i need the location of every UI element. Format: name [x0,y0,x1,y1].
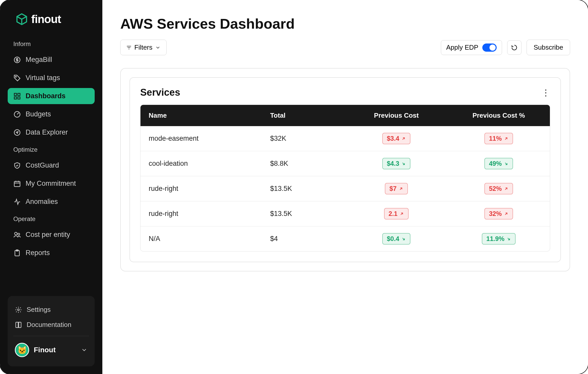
calendar-icon [13,180,21,188]
account-name: Finout [34,346,56,354]
cell-previous-cost-pct: 52% [448,176,550,201]
toolbar: Filters Apply EDP Subscribe [120,40,570,55]
arrow-up-right-icon [399,186,403,191]
cell-total: $13.5K [262,203,345,224]
cell-previous-cost: 2.1 [345,201,448,226]
clipboard-icon [13,249,21,257]
subscribe-button[interactable]: Subscribe [527,40,570,55]
brand-logo: finout [15,13,95,26]
cell-name: mode-easement [140,128,262,149]
sidebar-item-label: Reports [26,249,50,257]
cell-previous-cost-pct: 32% [448,201,550,226]
svg-rect-2 [14,93,17,95]
sidebar-item-data-explorer[interactable]: Data Explorer [8,124,95,140]
sidebar-item-label: Cost per entity [26,231,70,239]
refresh-button[interactable] [507,40,521,55]
arrow-up-right-icon [399,212,404,216]
svg-rect-4 [14,97,17,99]
cell-previous-cost: $4.3 [345,151,448,176]
book-icon [15,321,22,328]
divider [13,336,89,336]
cell-previous-cost-pct: 11.9% [448,226,550,251]
services-table: Name Total Previous Cost Previous Cost %… [140,105,550,251]
sidebar-item-settings[interactable]: Settings [13,302,89,317]
shield-check-icon [13,162,21,169]
sidebar-item-anomalies[interactable]: Anomalies [8,194,95,210]
sidebar-item-label: CostGuard [26,161,59,169]
cell-total: $4 [262,228,345,249]
table-row[interactable]: rude-right$13.5K2.1 32% [140,201,550,226]
sidebar-item-virtual-tags[interactable]: Virtual tags [8,70,95,86]
col-total: Total [262,105,345,126]
cell-name: cool-ideation [140,153,262,174]
table-row[interactable]: mode-easement$32K$3.4 11% [140,126,550,151]
delta-badge: 11% [484,133,513,144]
filter-icon [126,45,132,50]
sidebar-item-documentation[interactable]: Documentation [13,317,89,332]
sidebar-item-megabill[interactable]: MegaBill [8,52,95,68]
svg-rect-8 [14,181,20,186]
dashboard-canvas: Services ⋮ Name Total Previous Cost Prev… [120,68,570,271]
delta-badge: 11.9% [482,233,516,245]
cell-previous-cost-pct: 49% [448,151,550,176]
cell-previous-cost-pct: 11% [448,126,550,151]
section-operate: Operate [13,215,95,223]
main-content: AWS Services Dashboard Filters Apply EDP… [102,0,588,374]
footer-item-label: Settings [27,306,51,314]
services-panel: Services ⋮ Name Total Previous Cost Prev… [129,77,561,262]
sidebar-item-budgets[interactable]: Budgets [8,106,95,122]
delta-badge: 52% [484,183,513,194]
sidebar-item-dashboards[interactable]: Dashboards [8,88,95,104]
apply-edp-toggle[interactable] [482,43,497,52]
sidebar-item-label: Budgets [26,110,51,118]
sidebar-item-label: Data Explorer [26,128,68,136]
apply-edp-control: Apply EDP [441,40,502,55]
table-header: Name Total Previous Cost Previous Cost % [140,105,550,126]
page-title: AWS Services Dashboard [120,15,570,32]
delta-badge: $4.3 [382,158,411,169]
arrow-up-right-icon [401,136,406,141]
svg-rect-3 [18,93,20,95]
cell-total: $32K [262,128,345,149]
cell-name: rude-right [140,178,262,199]
filters-button[interactable]: Filters [120,40,167,55]
footer-item-label: Documentation [27,321,71,329]
delta-badge: 49% [484,158,513,169]
panel-title: Services [140,87,180,98]
section-optimize: Optimize [13,146,95,153]
svg-point-10 [18,233,20,235]
gear-icon [15,306,22,313]
cube-icon [15,13,28,26]
table-row[interactable]: N/A$4$0.4 11.9% [140,226,550,251]
arrow-down-right-icon [504,161,508,166]
delta-badge: $0.4 [382,233,411,245]
sidebar-item-my-commitment[interactable]: My Commitment [8,175,95,192]
arrow-down-right-icon [506,237,511,241]
section-inform: Inform [13,40,95,48]
sidebar-item-label: Virtual tags [26,74,60,82]
arrow-up-right-icon [504,212,508,216]
cell-previous-cost: $0.4 [345,226,448,251]
delta-badge: 2.1 [384,208,409,219]
cell-name: N/A [140,228,262,249]
arrow-down-right-icon [401,161,406,166]
panel-menu-button[interactable]: ⋮ [541,88,550,97]
table-row[interactable]: cool-ideation$8.8K$4.3 49% [140,151,550,176]
sidebar-item-label: Dashboards [26,92,66,100]
account-switcher[interactable]: 🐱 Finout [13,341,89,359]
sidebar-item-costguard[interactable]: CostGuard [8,157,95,173]
sidebar-item-cost-per-entity[interactable]: Cost per entity [8,227,95,243]
arrow-down-right-icon [401,237,406,241]
sidebar-item-label: Anomalies [26,198,58,206]
delta-badge: $7 [385,183,408,194]
svg-point-1 [15,76,16,77]
svg-point-7 [14,129,20,135]
gauge-icon [13,111,21,118]
avatar: 🐱 [15,343,29,357]
sidebar-item-reports[interactable]: Reports [8,245,95,261]
megabill-icon [13,56,21,64]
compass-icon [13,129,21,136]
chevron-down-icon [155,45,161,50]
users-icon [13,231,21,239]
table-row[interactable]: rude-right$13.5K$7 52% [140,176,550,201]
